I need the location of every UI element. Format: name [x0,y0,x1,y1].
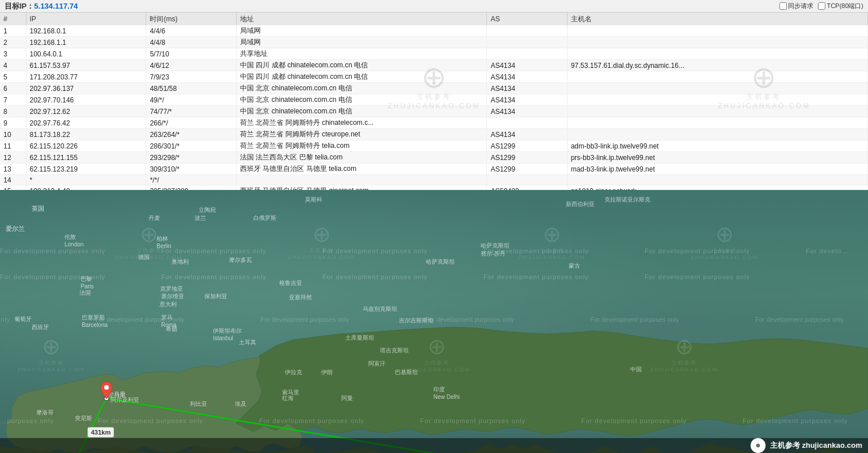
table-cell-12-1: 62.115.123.219 [26,163,146,175]
table-cell-6-3: 中国 北京 chinatelecom.com.cn 电信 [237,94,487,106]
table-cell-9-5 [567,129,867,140]
table-cell-7-1: 202.97.12.62 [26,106,146,117]
table-cell-0-0: 1 [0,25,26,37]
table-cell-5-1: 202.97.36.137 [26,83,146,94]
table-cell-8-5 [567,117,867,129]
table-cell-3-5: 97.53.157.61.dial.dy.sc.dynamic.16... [567,60,867,71]
tcp-port-label: TCP(80端口) [827,2,863,10]
table-cell-13-1: * [26,175,146,185]
table-cell-14-3: 西班牙 马德里自治区 马德里 ginernet.com [237,185,487,191]
col-header-time: 时间(ms) [146,13,237,25]
top-panel: 目标IP：5.134.117.74 同步请求 TCP(80端口) ⊕ 主机参考Z… [0,0,868,190]
table-cell-10-1: 62.115.120.226 [26,140,146,152]
traceroute-table: # IP 时间(ms) 地址 AS 主机名 1192.168.0.14/4/6局… [0,13,868,190]
table-row[interactable]: 14**/*/ [0,175,868,185]
target-ip-label: 目标IP：5.134.117.74 [5,1,78,12]
tcp-port-input[interactable] [818,2,825,10]
table-row[interactable]: 5171.208.203.777/9/23中国 四川 成都 chinatelec… [0,71,868,83]
table-cell-9-1: 81.173.18.22 [26,129,146,140]
table-cell-12-4: AS1299 [487,163,567,175]
table-row[interactable]: 1192.168.0.14/4/6局域网 [0,25,868,37]
table-cell-11-2: 293/298/* [146,152,237,163]
table-cell-1-4 [487,37,567,48]
table-cell-2-0: 3 [0,48,26,60]
table-row[interactable]: 1081.173.18.22263/264/*荷兰 北荷兰省 阿姆斯特丹 cte… [0,129,868,140]
table-cell-0-5 [567,25,867,37]
table-cell-8-0: 9 [0,117,26,129]
table-cell-14-5: ns1019.giner.network [567,185,867,191]
table-cell-8-3: 荷兰 北荷兰省 阿姆斯特丹 chinatelecom.c... [237,117,487,129]
map-svg [0,190,868,453]
table-row[interactable]: 6202.97.36.13748/51/58中国 北京 chinatelecom… [0,83,868,94]
table-cell-6-5 [567,94,867,106]
map-panel[interactable]: For development purposes only For develo… [0,190,868,453]
table-cell-5-3: 中国 北京 chinatelecom.com.cn 电信 [237,83,487,94]
table-cell-1-5 [567,37,867,48]
table-cell-5-2: 48/51/58 [146,83,237,94]
table-cell-0-1: 192.168.0.1 [26,25,146,37]
table-cell-11-3: 法国 法兰西岛大区 巴黎 telia.com [237,152,487,163]
table-cell-7-2: 74/77/* [146,106,237,117]
table-cell-1-1: 192.168.1.1 [26,37,146,48]
table-row[interactable]: 9202.97.76.42266/*/荷兰 北荷兰省 阿姆斯特丹 chinate… [0,117,868,129]
ip-value: 5.134.117.74 [34,2,78,10]
table-cell-6-0: 7 [0,94,26,106]
col-header-num: # [0,13,26,25]
sync-request-input[interactable] [779,2,787,10]
table-cell-4-5 [567,71,867,83]
table-cell-13-0: 14 [0,175,26,185]
table-cell-6-4: AS4134 [487,94,567,106]
table-cell-3-1: 61.157.53.97 [26,60,146,71]
table-cell-4-4: AS4134 [487,71,567,83]
table-cell-10-0: 11 [0,140,26,152]
title-bar: 目标IP：5.134.117.74 同步请求 TCP(80端口) [0,0,868,13]
table-row[interactable]: 2192.168.1.14/4/8局域网 [0,37,868,48]
table-cell-11-4: AS1299 [487,152,567,163]
table-cell-10-3: 荷兰 北荷兰省 阿姆斯特丹 telia.com [237,140,487,152]
col-header-as: AS [487,13,567,25]
table-cell-11-1: 62.115.121.155 [26,152,146,163]
table-cell-0-4 [487,25,567,37]
table-row[interactable]: 3100.64.0.15/7/10共享地址 [0,48,868,60]
table-body: 1192.168.0.14/4/6局域网2192.168.1.14/4/8局域网… [0,25,868,190]
table-cell-0-3: 局域网 [237,25,487,37]
table-cell-2-1: 100.64.0.1 [26,48,146,60]
table-cell-5-4: AS4134 [487,83,567,94]
table-cell-7-0: 8 [0,106,26,117]
table-cell-5-5 [567,83,867,94]
table-cell-4-1: 171.208.203.77 [26,71,146,83]
table-cell-11-0: 12 [0,152,26,163]
table-cell-4-0: 5 [0,71,26,83]
sync-request-checkbox[interactable]: 同步请求 [779,2,813,10]
table-cell-8-1: 202.97.76.42 [26,117,146,129]
table-cell-3-0: 4 [0,60,26,71]
table-cell-6-1: 202.97.70.146 [26,94,146,106]
table-row[interactable]: 1362.115.123.219309/310/*西班牙 马德里自治区 马德里 … [0,163,868,175]
table-header-row: # IP 时间(ms) 地址 AS 主机名 [0,13,868,25]
table-cell-9-4: AS4134 [487,129,567,140]
table-cell-2-4 [487,48,567,60]
bottom-bar: ⊕ 主机参考 zhujicankao.com [0,438,868,453]
table-cell-0-2: 4/4/6 [146,25,237,37]
table-cell-11-5: prs-bb3-link.ip.twelve99.net [567,152,867,163]
table-cell-4-3: 中国 四川 成都 chinatelecom.com.cn 电信 [237,71,487,83]
table-row[interactable]: 15188.213.4.49285/287/289西班牙 马德里自治区 马德里 … [0,185,868,191]
table-cell-6-2: 49/*/ [146,94,237,106]
table-row[interactable]: 1162.115.120.226286/301/*荷兰 北荷兰省 阿姆斯特丹 t… [0,140,868,152]
table-cell-13-2: */*/ [146,175,237,185]
tcp-port-checkbox[interactable]: TCP(80端口) [818,2,863,10]
table-cell-3-3: 中国 四川 成都 chinatelecom.com.cn 电信 [237,60,487,71]
table-cell-9-2: 263/264/* [146,129,237,140]
table-cell-13-3 [237,175,487,185]
table-cell-12-3: 西班牙 马德里自治区 马德里 telia.com [237,163,487,175]
table-row[interactable]: 461.157.53.974/6/12中国 四川 成都 chinatelecom… [0,60,868,71]
table-row[interactable]: 1262.115.121.155293/298/*法国 法兰西岛大区 巴黎 te… [0,152,868,163]
col-header-ip: IP [26,13,146,25]
table-row[interactable]: 8202.97.12.6274/77/*中国 北京 chinatelecom.c… [0,106,868,117]
table-cell-8-2: 266/*/ [146,117,237,129]
table-row[interactable]: 7202.97.70.14649/*/中国 北京 chinatelecom.co… [0,94,868,106]
table-cell-3-4: AS4134 [487,60,567,71]
bottom-logo-circle: ⊕ [751,438,766,453]
table-cell-1-0: 2 [0,37,26,48]
table-cell-2-5 [567,48,867,60]
